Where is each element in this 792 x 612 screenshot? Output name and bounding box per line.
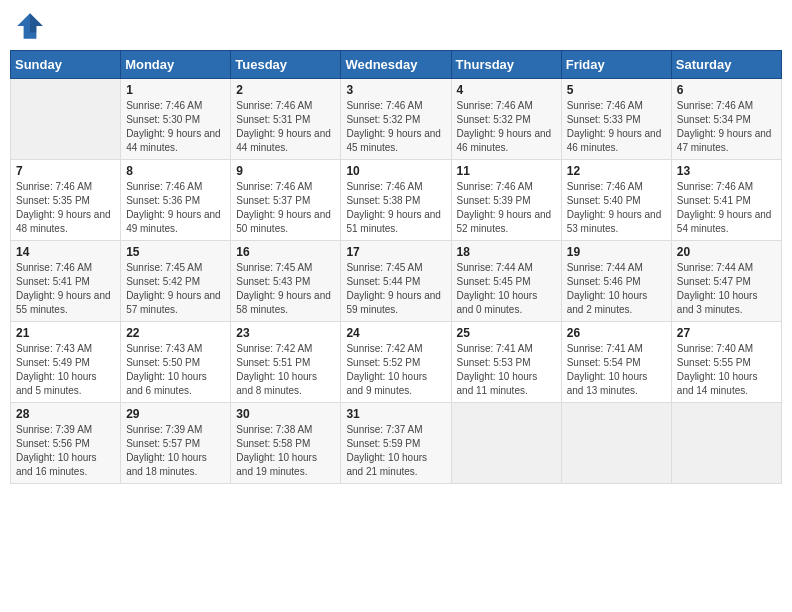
calendar-cell: 18Sunrise: 7:44 AMSunset: 5:45 PMDayligh… bbox=[451, 241, 561, 322]
day-number: 20 bbox=[677, 245, 776, 259]
day-number: 9 bbox=[236, 164, 335, 178]
day-number: 14 bbox=[16, 245, 115, 259]
day-number: 13 bbox=[677, 164, 776, 178]
day-info: Sunrise: 7:46 AMSunset: 5:33 PMDaylight:… bbox=[567, 99, 666, 155]
day-info: Sunrise: 7:44 AMSunset: 5:46 PMDaylight:… bbox=[567, 261, 666, 317]
day-info: Sunrise: 7:46 AMSunset: 5:39 PMDaylight:… bbox=[457, 180, 556, 236]
day-info: Sunrise: 7:45 AMSunset: 5:42 PMDaylight:… bbox=[126, 261, 225, 317]
col-header-friday: Friday bbox=[561, 51, 671, 79]
day-number: 19 bbox=[567, 245, 666, 259]
calendar-cell: 11Sunrise: 7:46 AMSunset: 5:39 PMDayligh… bbox=[451, 160, 561, 241]
calendar-cell: 13Sunrise: 7:46 AMSunset: 5:41 PMDayligh… bbox=[671, 160, 781, 241]
day-info: Sunrise: 7:45 AMSunset: 5:43 PMDaylight:… bbox=[236, 261, 335, 317]
day-number: 15 bbox=[126, 245, 225, 259]
day-info: Sunrise: 7:41 AMSunset: 5:53 PMDaylight:… bbox=[457, 342, 556, 398]
day-number: 11 bbox=[457, 164, 556, 178]
calendar-cell bbox=[451, 403, 561, 484]
day-number: 4 bbox=[457, 83, 556, 97]
day-number: 23 bbox=[236, 326, 335, 340]
calendar-cell: 15Sunrise: 7:45 AMSunset: 5:42 PMDayligh… bbox=[121, 241, 231, 322]
day-info: Sunrise: 7:37 AMSunset: 5:59 PMDaylight:… bbox=[346, 423, 445, 479]
calendar-cell: 27Sunrise: 7:40 AMSunset: 5:55 PMDayligh… bbox=[671, 322, 781, 403]
calendar-week-row: 28Sunrise: 7:39 AMSunset: 5:56 PMDayligh… bbox=[11, 403, 782, 484]
calendar-table: SundayMondayTuesdayWednesdayThursdayFrid… bbox=[10, 50, 782, 484]
day-info: Sunrise: 7:45 AMSunset: 5:44 PMDaylight:… bbox=[346, 261, 445, 317]
calendar-cell: 5Sunrise: 7:46 AMSunset: 5:33 PMDaylight… bbox=[561, 79, 671, 160]
day-number: 28 bbox=[16, 407, 115, 421]
day-info: Sunrise: 7:43 AMSunset: 5:49 PMDaylight:… bbox=[16, 342, 115, 398]
calendar-week-row: 1Sunrise: 7:46 AMSunset: 5:30 PMDaylight… bbox=[11, 79, 782, 160]
calendar-cell: 22Sunrise: 7:43 AMSunset: 5:50 PMDayligh… bbox=[121, 322, 231, 403]
calendar-cell: 16Sunrise: 7:45 AMSunset: 5:43 PMDayligh… bbox=[231, 241, 341, 322]
day-info: Sunrise: 7:46 AMSunset: 5:40 PMDaylight:… bbox=[567, 180, 666, 236]
day-info: Sunrise: 7:44 AMSunset: 5:47 PMDaylight:… bbox=[677, 261, 776, 317]
calendar-week-row: 14Sunrise: 7:46 AMSunset: 5:41 PMDayligh… bbox=[11, 241, 782, 322]
day-info: Sunrise: 7:46 AMSunset: 5:41 PMDaylight:… bbox=[677, 180, 776, 236]
day-number: 10 bbox=[346, 164, 445, 178]
day-number: 17 bbox=[346, 245, 445, 259]
day-info: Sunrise: 7:46 AMSunset: 5:37 PMDaylight:… bbox=[236, 180, 335, 236]
calendar-cell: 14Sunrise: 7:46 AMSunset: 5:41 PMDayligh… bbox=[11, 241, 121, 322]
calendar-cell bbox=[11, 79, 121, 160]
calendar-cell: 21Sunrise: 7:43 AMSunset: 5:49 PMDayligh… bbox=[11, 322, 121, 403]
day-number: 30 bbox=[236, 407, 335, 421]
day-number: 27 bbox=[677, 326, 776, 340]
day-number: 21 bbox=[16, 326, 115, 340]
svg-marker-1 bbox=[30, 13, 43, 32]
calendar-cell: 1Sunrise: 7:46 AMSunset: 5:30 PMDaylight… bbox=[121, 79, 231, 160]
calendar-cell: 6Sunrise: 7:46 AMSunset: 5:34 PMDaylight… bbox=[671, 79, 781, 160]
logo bbox=[14, 10, 50, 42]
day-number: 29 bbox=[126, 407, 225, 421]
day-number: 31 bbox=[346, 407, 445, 421]
logo-icon bbox=[14, 10, 46, 42]
calendar-cell bbox=[561, 403, 671, 484]
calendar-cell: 28Sunrise: 7:39 AMSunset: 5:56 PMDayligh… bbox=[11, 403, 121, 484]
calendar-cell: 8Sunrise: 7:46 AMSunset: 5:36 PMDaylight… bbox=[121, 160, 231, 241]
calendar-cell: 29Sunrise: 7:39 AMSunset: 5:57 PMDayligh… bbox=[121, 403, 231, 484]
calendar-cell: 23Sunrise: 7:42 AMSunset: 5:51 PMDayligh… bbox=[231, 322, 341, 403]
calendar-cell: 3Sunrise: 7:46 AMSunset: 5:32 PMDaylight… bbox=[341, 79, 451, 160]
day-info: Sunrise: 7:46 AMSunset: 5:38 PMDaylight:… bbox=[346, 180, 445, 236]
day-info: Sunrise: 7:46 AMSunset: 5:36 PMDaylight:… bbox=[126, 180, 225, 236]
calendar-cell: 7Sunrise: 7:46 AMSunset: 5:35 PMDaylight… bbox=[11, 160, 121, 241]
day-info: Sunrise: 7:44 AMSunset: 5:45 PMDaylight:… bbox=[457, 261, 556, 317]
page-header bbox=[10, 10, 782, 42]
day-info: Sunrise: 7:46 AMSunset: 5:35 PMDaylight:… bbox=[16, 180, 115, 236]
day-info: Sunrise: 7:40 AMSunset: 5:55 PMDaylight:… bbox=[677, 342, 776, 398]
calendar-cell: 19Sunrise: 7:44 AMSunset: 5:46 PMDayligh… bbox=[561, 241, 671, 322]
day-info: Sunrise: 7:46 AMSunset: 5:31 PMDaylight:… bbox=[236, 99, 335, 155]
day-number: 2 bbox=[236, 83, 335, 97]
day-number: 18 bbox=[457, 245, 556, 259]
day-info: Sunrise: 7:46 AMSunset: 5:32 PMDaylight:… bbox=[457, 99, 556, 155]
calendar-week-row: 7Sunrise: 7:46 AMSunset: 5:35 PMDaylight… bbox=[11, 160, 782, 241]
col-header-saturday: Saturday bbox=[671, 51, 781, 79]
calendar-cell: 31Sunrise: 7:37 AMSunset: 5:59 PMDayligh… bbox=[341, 403, 451, 484]
calendar-cell: 25Sunrise: 7:41 AMSunset: 5:53 PMDayligh… bbox=[451, 322, 561, 403]
calendar-cell: 10Sunrise: 7:46 AMSunset: 5:38 PMDayligh… bbox=[341, 160, 451, 241]
calendar-header-row: SundayMondayTuesdayWednesdayThursdayFrid… bbox=[11, 51, 782, 79]
day-number: 16 bbox=[236, 245, 335, 259]
day-number: 5 bbox=[567, 83, 666, 97]
day-info: Sunrise: 7:39 AMSunset: 5:56 PMDaylight:… bbox=[16, 423, 115, 479]
day-info: Sunrise: 7:41 AMSunset: 5:54 PMDaylight:… bbox=[567, 342, 666, 398]
calendar-cell bbox=[671, 403, 781, 484]
day-number: 1 bbox=[126, 83, 225, 97]
calendar-cell: 12Sunrise: 7:46 AMSunset: 5:40 PMDayligh… bbox=[561, 160, 671, 241]
day-info: Sunrise: 7:46 AMSunset: 5:32 PMDaylight:… bbox=[346, 99, 445, 155]
day-info: Sunrise: 7:38 AMSunset: 5:58 PMDaylight:… bbox=[236, 423, 335, 479]
calendar-cell: 20Sunrise: 7:44 AMSunset: 5:47 PMDayligh… bbox=[671, 241, 781, 322]
calendar-cell: 30Sunrise: 7:38 AMSunset: 5:58 PMDayligh… bbox=[231, 403, 341, 484]
day-info: Sunrise: 7:39 AMSunset: 5:57 PMDaylight:… bbox=[126, 423, 225, 479]
calendar-cell: 9Sunrise: 7:46 AMSunset: 5:37 PMDaylight… bbox=[231, 160, 341, 241]
calendar-cell: 2Sunrise: 7:46 AMSunset: 5:31 PMDaylight… bbox=[231, 79, 341, 160]
day-number: 22 bbox=[126, 326, 225, 340]
day-number: 26 bbox=[567, 326, 666, 340]
day-info: Sunrise: 7:42 AMSunset: 5:51 PMDaylight:… bbox=[236, 342, 335, 398]
day-info: Sunrise: 7:42 AMSunset: 5:52 PMDaylight:… bbox=[346, 342, 445, 398]
calendar-cell: 4Sunrise: 7:46 AMSunset: 5:32 PMDaylight… bbox=[451, 79, 561, 160]
col-header-thursday: Thursday bbox=[451, 51, 561, 79]
day-number: 25 bbox=[457, 326, 556, 340]
day-number: 12 bbox=[567, 164, 666, 178]
calendar-cell: 24Sunrise: 7:42 AMSunset: 5:52 PMDayligh… bbox=[341, 322, 451, 403]
day-number: 24 bbox=[346, 326, 445, 340]
